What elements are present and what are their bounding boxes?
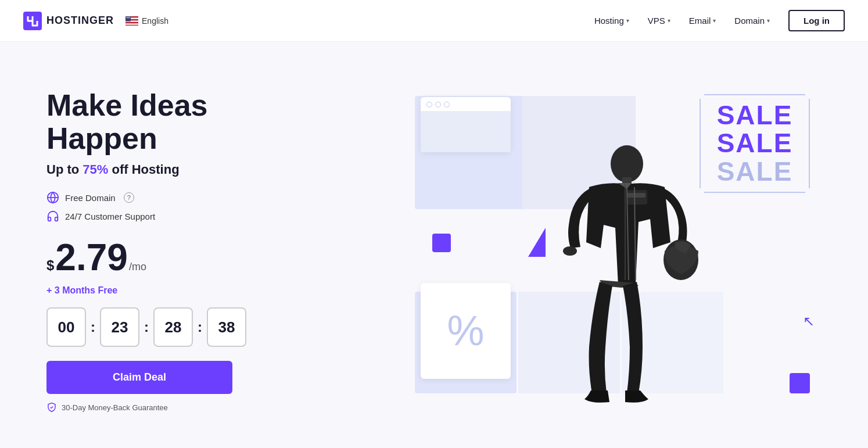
browser-dot-3 [444,102,450,107]
nav-vps[interactable]: VPS ▾ [648,16,670,26]
hero-section: Make Ideas Happen Up to 75% off Hosting … [0,42,868,448]
price-dollar: $ [46,257,54,274]
hero-content: Make Ideas Happen Up to 75% off Hosting … [46,89,314,413]
price-value: 2.79 [55,239,128,276]
chevron-down-icon: ▾ [626,17,629,24]
svg-point-16 [127,17,128,18]
svg-rect-8 [125,24,138,25]
countdown-timer: 00 : 23 : 28 : 38 [46,307,314,347]
login-button[interactable]: Log in [788,10,845,31]
features-list: Free Domain ? 24/7 Customer Support [46,191,314,223]
shield-icon [46,402,57,413]
navbar: HOSTINGER English [0,0,868,42]
bg-square-purple-2 [790,373,810,393]
subtitle-highlight: 75% [83,162,108,177]
sale-line-2: SALE [717,129,793,157]
hero-subtitle: Up to 75% off Hosting [46,162,314,177]
chevron-down-icon: ▾ [713,17,716,24]
countdown-centiseconds: 38 [207,307,246,347]
svg-point-10 [126,16,127,17]
subtitle-suffix: off Hosting [108,162,179,177]
person-illustration [525,120,711,411]
support-text: 24/7 Customer Support [65,212,155,221]
bonus-text: + 3 Months Free [46,285,314,296]
svg-point-18 [129,17,130,18]
globe-icon [46,191,59,204]
guarantee-text: 30-Day Money-Back Guarantee [46,402,314,413]
feature-free-domain: Free Domain ? [46,191,314,204]
subtitle-prefix: Up to [46,162,83,177]
browser-bar [421,97,511,112]
svg-point-17 [128,17,129,18]
cursor-icon: ↖ [803,313,815,329]
svg-rect-6 [125,21,138,23]
nav-hosting[interactable]: Hosting ▾ [594,16,629,26]
countdown-sep-1: : [91,319,95,335]
nav-domain[interactable]: Domain ▾ [734,16,770,26]
browser-dot-2 [435,102,441,107]
nav-domain-label: Domain [734,16,765,26]
sale-line-3: SALE [717,157,793,185]
browser-dot-1 [426,102,432,107]
chevron-down-icon: ▾ [668,17,670,24]
svg-point-13 [128,16,129,17]
svg-point-26 [563,246,577,256]
percent-card: % [421,283,511,379]
browser-card [421,97,511,152]
headset-icon [46,210,59,223]
brand-name: HOSTINGER [46,15,114,27]
navbar-left: HOSTINGER English [23,12,168,30]
language-selector[interactable]: English [125,16,168,26]
nav-vps-label: VPS [648,16,665,26]
countdown-seconds: 28 [153,307,193,347]
bg-square-purple-1 [432,234,451,252]
lang-label: English [142,16,168,26]
sale-corner-tr [805,92,812,99]
nav-email[interactable]: Email ▾ [689,16,716,26]
logo[interactable]: HOSTINGER [23,12,114,30]
person-svg [537,126,700,411]
price-period: /mo [129,261,146,273]
svg-point-12 [128,16,128,17]
sale-corner-br [805,188,812,195]
browser-content [421,112,511,152]
hero-title: Make Ideas Happen [46,89,314,155]
nav-hosting-label: Hosting [594,16,624,26]
countdown-hours: 00 [46,307,86,347]
countdown-sep-2: : [144,319,149,335]
guarantee-label: 30-Day Money-Back Guarantee [62,403,168,412]
svg-point-21 [611,145,643,182]
percent-symbol: % [447,310,484,352]
sale-card: SALE SALE SALE [700,94,810,193]
svg-rect-7 [125,23,138,24]
chevron-down-icon: ▾ [767,17,770,24]
svg-point-11 [127,16,127,17]
svg-point-15 [127,17,127,18]
svg-rect-24 [627,193,645,198]
svg-point-14 [130,16,130,17]
sale-corner-tl [697,92,704,99]
info-icon: ? [124,192,134,203]
countdown-sep-3: : [198,319,202,335]
feature-support: 24/7 Customer Support [46,210,314,223]
hero-illustration: % SALE SALE SALE ↖ [415,91,822,411]
nav-email-label: Email [689,16,711,26]
logo-icon [23,12,42,30]
sale-line-1: SALE [717,101,793,129]
price-block: $ 2.79 /mo [46,239,314,276]
navbar-right: Hosting ▾ VPS ▾ Email ▾ Domain ▾ Log in [594,10,845,31]
claim-deal-button[interactable]: Claim Deal [46,361,232,394]
countdown-minutes: 23 [100,307,139,347]
free-domain-text: Free Domain [65,193,116,203]
flag-icon [125,16,138,26]
